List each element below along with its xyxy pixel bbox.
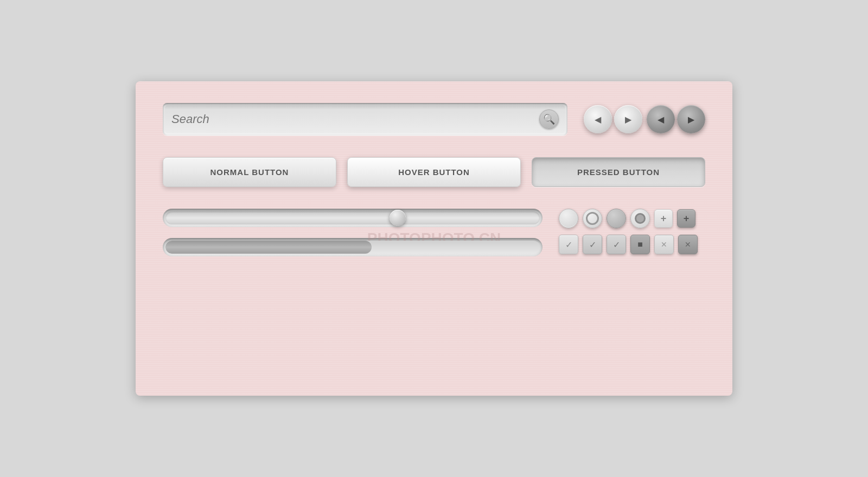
radio-empty[interactable] xyxy=(559,209,578,228)
search-inner xyxy=(165,105,565,133)
search-input[interactable] xyxy=(171,112,539,126)
nav-prev-dark[interactable] xyxy=(647,105,675,133)
search-section xyxy=(163,103,705,136)
pressed-button[interactable]: PRESSED BUTTON xyxy=(532,157,705,187)
arrow-left-icon xyxy=(595,114,601,125)
radio-filled[interactable] xyxy=(607,209,626,228)
nav-buttons-group xyxy=(584,105,705,133)
checkbox-checked-light[interactable]: ✓ xyxy=(559,235,578,254)
nav-next-dark[interactable] xyxy=(677,105,705,133)
hover-button[interactable]: HOVER BUTTON xyxy=(347,157,521,187)
checkbox-checked-mid2[interactable]: ✓ xyxy=(607,235,626,254)
progress-fill xyxy=(165,241,372,254)
slider-wrapper xyxy=(163,209,542,227)
checkbox-checked-mid[interactable]: ✓ xyxy=(583,235,602,254)
nav-prev-light[interactable] xyxy=(584,105,612,133)
progress-bar-wrapper xyxy=(163,238,542,256)
radio-filled-ring[interactable] xyxy=(630,209,650,228)
slider-track xyxy=(165,211,540,224)
search-button[interactable] xyxy=(539,109,559,129)
nav-btn-pair-light xyxy=(584,105,642,133)
arrow-right-icon xyxy=(625,114,631,125)
close-btn-dark[interactable]: ✕ xyxy=(678,235,698,254)
nav-next-light[interactable] xyxy=(614,105,642,133)
plus-dark-btn[interactable]: + xyxy=(677,209,695,228)
checkboxes-row: ✓ ✓ ✓ ■ ✕ ✕ xyxy=(559,235,705,254)
slider-thumb[interactable] xyxy=(390,210,406,226)
close-btn-light[interactable]: ✕ xyxy=(654,235,674,254)
progress-bar xyxy=(165,241,540,254)
search-bar-wrapper xyxy=(163,103,567,136)
normal-button[interactable]: NORMAL BUTTON xyxy=(163,157,336,187)
sliders-section: + + ✓ ✓ ✓ ■ ✕ ✕ xyxy=(163,209,705,256)
arrow-right-dark-icon xyxy=(688,114,694,125)
plus-light-btn[interactable]: + xyxy=(654,209,673,228)
nav-btn-pair-dark xyxy=(647,105,705,133)
radio-plus-row: + + xyxy=(559,209,705,228)
main-panel: PHOTOPHOTO.CN xyxy=(136,81,732,396)
checkbox-square-dark[interactable]: ■ xyxy=(630,235,650,254)
buttons-row: NORMAL BUTTON HOVER BUTTON PRESSED BUTTO… xyxy=(163,157,705,187)
controls-right: + + ✓ ✓ ✓ ■ ✕ ✕ xyxy=(559,209,705,256)
radio-ring[interactable] xyxy=(583,209,602,228)
sliders-left xyxy=(163,209,542,256)
arrow-left-dark-icon xyxy=(658,114,664,125)
